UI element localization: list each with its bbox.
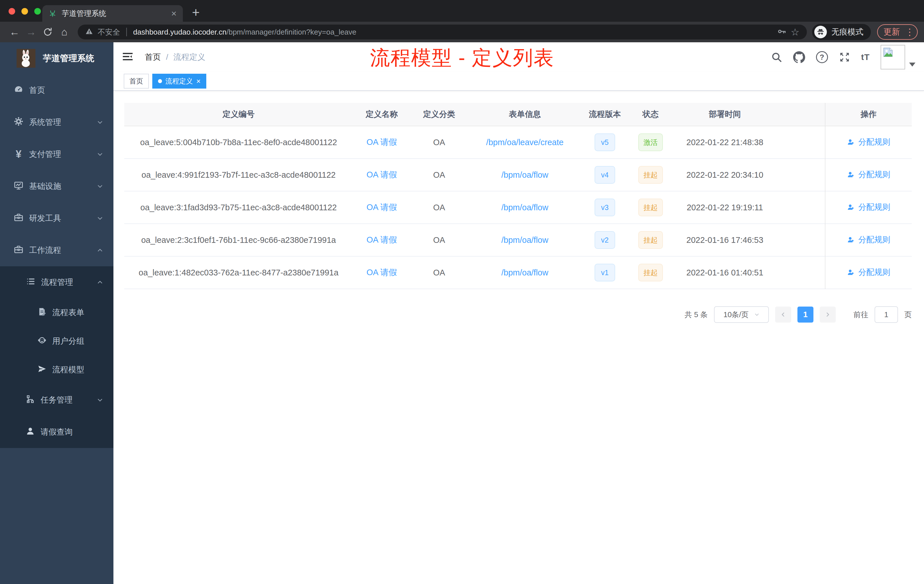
send-icon xyxy=(38,364,46,375)
status-badge: 挂起 xyxy=(638,166,663,184)
tag-home[interactable]: 首页 xyxy=(124,74,149,89)
definition-name-link[interactable]: OA 请假 xyxy=(366,203,397,212)
url-text: dashboard.yudao.iocoder.cn/bpm/manager/d… xyxy=(133,28,772,36)
github-icon[interactable] xyxy=(793,51,805,63)
table-row: oa_leave:2:3c1f0ef1-76b1-11ec-9c66-a2380… xyxy=(124,224,912,257)
form-link[interactable]: /bpm/oa/flow xyxy=(502,236,548,244)
definition-table: 定义编号 定义名称 定义分类 表单信息 流程版本 状态 部署时间 操作 oa_l… xyxy=(124,103,912,289)
window-minimize-button[interactable] xyxy=(21,8,28,15)
update-button[interactable]: 更新 xyxy=(877,24,918,40)
definition-id: oa_leave:2:3c1f0ef1-76b1-11ec-9c66-a2380… xyxy=(124,236,353,245)
reload-button[interactable] xyxy=(40,27,56,37)
tree-icon xyxy=(26,394,35,406)
sidebar-item-label: 请假查询 xyxy=(41,427,73,437)
back-button[interactable] xyxy=(6,26,23,38)
definition-name-link[interactable]: OA 请假 xyxy=(366,170,397,179)
user-avatar[interactable] xyxy=(881,45,916,69)
form-link[interactable]: /bpm/oa/flow xyxy=(502,170,548,180)
search-icon[interactable] xyxy=(771,51,782,63)
version-badge: v2 xyxy=(594,231,615,249)
sidebar-item-dev-tools[interactable]: 研发工具 xyxy=(0,202,114,234)
url-bar[interactable]: 不安全 dashboard.yudao.iocoder.cn/bpm/manag… xyxy=(78,25,807,40)
tags-view: 首页 流程定义 xyxy=(114,72,924,91)
sidebar-item-system[interactable]: 系统管理 xyxy=(0,106,114,138)
definition-name-link[interactable]: OA 请假 xyxy=(366,268,397,277)
sidebar-item-home[interactable]: 首页 xyxy=(0,74,114,106)
sidebar-item-infrastructure[interactable]: 基础设施 xyxy=(0,170,114,202)
breadcrumb-home[interactable]: 首页 xyxy=(145,52,161,63)
sidebar-item-payment[interactable]: ¥ 支付管理 xyxy=(0,138,114,170)
goto-label: 前往 xyxy=(853,310,868,320)
goto-page-input[interactable] xyxy=(874,306,898,323)
sidebar-item-label: 任务管理 xyxy=(41,394,73,406)
definition-id: oa_leave:1:482ec033-762a-11ec-8477-a2380… xyxy=(124,268,353,277)
table-row: oa_leave:1:482ec033-762a-11ec-8477-a2380… xyxy=(124,257,912,289)
home-button[interactable] xyxy=(56,26,73,38)
table-row: oa_leave:4:991f2193-7b7f-11ec-a3c8-acde4… xyxy=(124,159,912,191)
assign-rule-link[interactable]: 分配规则 xyxy=(847,137,890,147)
navbar-actions xyxy=(771,45,916,69)
column-header-form: 表单信息 xyxy=(468,109,582,120)
sidebar-item-workflow[interactable]: 工作流程 xyxy=(0,234,114,266)
gear-icon xyxy=(14,117,23,128)
form-icon xyxy=(38,307,46,318)
column-header-category: 定义分类 xyxy=(411,109,468,120)
forward-button[interactable] xyxy=(23,26,40,38)
update-label: 更新 xyxy=(883,26,900,38)
breadcrumb-current: 流程定义 xyxy=(173,52,205,63)
form-link[interactable]: /bpm/oa/flow xyxy=(502,268,548,277)
deploy-time: 2022-01-22 21:48:38 xyxy=(673,138,776,147)
prev-page-button[interactable] xyxy=(775,307,791,323)
help-icon[interactable] xyxy=(816,51,828,63)
next-page-button[interactable] xyxy=(820,307,836,323)
version-badge: v5 xyxy=(594,134,615,151)
browser-toolbar: 不安全 dashboard.yudao.iocoder.cn/bpm/manag… xyxy=(0,22,924,42)
page-size-select[interactable]: 10条/页 xyxy=(714,306,769,323)
app-main: 定义编号 定义名称 定义分类 表单信息 流程版本 状态 部署时间 操作 oa_l… xyxy=(114,91,924,584)
sidebar-item-process-model[interactable]: 流程模型 xyxy=(0,355,114,384)
window-zoom-button[interactable] xyxy=(34,8,41,15)
incognito-badge: 无痕模式 xyxy=(812,24,871,40)
sidebar-item-label: 流程管理 xyxy=(41,277,73,288)
browser-tab[interactable]: 芋道管理系统 xyxy=(42,5,183,22)
workflow-submenu: 流程管理 流程表单 用户分组 xyxy=(0,266,114,448)
sidebar-item-label: 基础设施 xyxy=(29,181,61,192)
column-header-deploy-time: 部署时间 xyxy=(673,109,776,120)
new-tab-button[interactable] xyxy=(192,5,200,20)
browser-menu-dots-icon[interactable] xyxy=(905,26,914,38)
tab-close-icon[interactable] xyxy=(171,9,177,18)
column-header-name: 定义名称 xyxy=(353,109,411,120)
yen-icon: ¥ xyxy=(14,148,23,160)
assign-rule-link[interactable]: 分配规则 xyxy=(847,234,890,245)
sidebar-item-process-form[interactable]: 流程表单 xyxy=(0,298,114,327)
breadcrumb: 首页 / 流程定义 xyxy=(145,52,205,63)
font-size-icon[interactable] xyxy=(861,52,870,62)
user-icon xyxy=(847,268,855,276)
chevron-down-icon xyxy=(97,151,103,157)
form-link[interactable]: /bpm/oa/flow xyxy=(502,203,548,212)
hamburger-icon[interactable] xyxy=(122,51,134,63)
assign-rule-link[interactable]: 分配规则 xyxy=(847,267,890,278)
window-close-button[interactable] xyxy=(8,8,15,15)
definition-name-link[interactable]: OA 请假 xyxy=(366,235,397,244)
assign-rule-link[interactable]: 分配规则 xyxy=(847,202,890,213)
sidebar-item-user-group[interactable]: 用户分组 xyxy=(0,327,114,355)
fixed-column-divider xyxy=(825,103,825,289)
avatar-caret-icon[interactable] xyxy=(909,63,916,66)
sidebar-item-process-management[interactable]: 流程管理 xyxy=(0,266,114,298)
sidebar-item-task-management[interactable]: 任务管理 xyxy=(0,384,114,416)
definition-name-link[interactable]: OA 请假 xyxy=(366,137,397,147)
tag-close-icon[interactable] xyxy=(196,77,201,86)
sidebar-item-leave-query[interactable]: 请假查询 xyxy=(0,416,114,448)
form-link[interactable]: /bpm/oa/leave/create xyxy=(486,138,564,147)
current-page-button[interactable]: 1 xyxy=(797,307,813,323)
password-key-icon[interactable] xyxy=(777,27,786,37)
status-badge: 挂起 xyxy=(638,264,663,281)
deploy-time: 2022-01-22 19:19:11 xyxy=(673,203,776,212)
tab-favicon-icon xyxy=(49,10,56,17)
bookmark-star-icon[interactable] xyxy=(791,26,799,38)
fullscreen-icon[interactable] xyxy=(839,51,850,63)
tag-process-definition[interactable]: 流程定义 xyxy=(152,74,206,89)
sidebar-item-label: 首页 xyxy=(29,85,45,96)
assign-rule-link[interactable]: 分配规则 xyxy=(847,169,890,180)
